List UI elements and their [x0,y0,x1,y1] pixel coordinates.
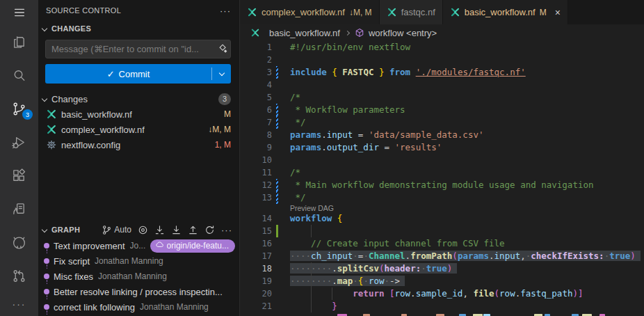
changes-section-header[interactable]: CHANGES [38,21,239,36]
gutter[interactable] [276,91,287,104]
code-line: 17····ch_input·=·Channel.fromPath(params… [240,250,644,262]
activity-menu[interactable] [0,0,38,25]
git-pull-button[interactable] [171,225,182,235]
file-row-nextflow.config[interactable]: nextflow.config1, M [38,137,239,152]
activity-pull-request[interactable] [0,259,38,292]
indent-guide [311,225,312,237]
codelens-preview-dag[interactable]: Preview DAG [240,204,644,212]
git-push-button[interactable] [188,225,198,235]
commit-row[interactable]: Text improvementJo...origin/ide-featu... [38,238,239,253]
code-line-content[interactable]: /* [287,91,644,104]
commit-row[interactable]: correct link followingJonathan Manning [38,299,239,315]
tab-complex_workflow.nf[interactable]: complex_workflow.nf↓M, M [240,0,380,24]
graph-section-header[interactable]: GRAPH Auto··· [38,221,239,238]
commit-row[interactable]: Fix scriptJonathan Manning [38,253,239,269]
code-line-content[interactable]: // Create input channel from CSV file [287,237,644,250]
commit-graph-dot [42,238,54,253]
code-line-content[interactable]: */ [287,116,644,129]
code-line-content[interactable]: return [row.sample_id, file(row.fastq_pa… [287,287,644,300]
code-line-content[interactable]: params.input = 'data/sample_data.csv' [287,129,644,141]
activity-run-debug[interactable] [0,125,38,159]
code-line-content[interactable] [287,154,644,166]
activity-search[interactable] [0,58,38,92]
activity-explorer[interactable] [0,25,38,58]
gutter[interactable] [276,166,287,179]
commit-options-dropdown[interactable] [212,64,231,84]
code-line-content[interactable]: ········.map·{·row·-> [287,275,644,287]
branch-ref-pill[interactable]: origin/ide-featu... [150,239,235,253]
code-editor[interactable]: 1#!/usr/bin/env nextflow23include { FAST… [240,41,644,316]
activity-extensions[interactable] [0,159,38,192]
gutter[interactable] [276,141,287,154]
gutter[interactable] [276,250,287,262]
code-line-content[interactable]: } [287,300,644,313]
activity-github[interactable] [0,226,38,259]
gutter[interactable] [276,129,287,141]
gutter[interactable] [276,54,287,66]
code-line-content[interactable]: params.output_dir = 'results' [287,141,644,154]
breadcrumb[interactable]: basic_workflow.nf workflow <entry> [240,24,644,41]
codelens-label[interactable]: Preview DAG [240,204,334,212]
text-selection: ····ch_input·=·Channel.fromPath(params.i… [290,251,641,261]
breadcrumb-file[interactable]: basic_workflow.nf [269,28,340,38]
graph-auto-toggle[interactable]: Auto [102,225,131,235]
line-number: 8 [240,129,272,141]
code-line-content[interactable]: #!/usr/bin/env nextflow [287,41,644,54]
code-line-content[interactable]: * Workflow parameters [287,104,644,116]
file-row-basic_workflow.nf[interactable]: basic_workflow.nfM [38,106,239,122]
commit-message-input[interactable] [46,44,215,54]
gutter[interactable] [276,66,287,79]
commit-message-box [45,40,231,58]
activity-more-icon[interactable]: ··· [0,292,38,316]
gutter[interactable] [276,262,287,275]
code-line-content[interactable]: ····ch_input·=·Channel.fromPath(params.i… [287,250,644,262]
code-line-content[interactable] [287,225,644,237]
graph-more-actions[interactable]: ··· [221,225,232,235]
gutter[interactable] [276,313,287,316]
commit-row[interactable]: Misc fixesJonathan Manning [38,269,239,284]
code-line-content[interactable]: */ [287,191,644,204]
sparkle-icon[interactable] [215,44,230,54]
refresh-button[interactable] [204,225,215,235]
changes-tree-header[interactable]: Changes 3 [38,91,239,106]
search-icon [11,68,27,84]
vscode-window: 3··· SOURCE CONTROL ··· CHANGES ✓ Commit [0,0,644,316]
commit-button[interactable]: ✓ Commit [45,64,231,84]
gutter[interactable] [276,212,287,225]
git-fetch-button[interactable] [154,225,165,235]
code-line-content[interactable] [287,79,644,91]
code-line-content[interactable]: /* [287,166,644,179]
code-line-content[interactable] [287,54,644,66]
code-line-content[interactable]: workflow { [287,212,644,225]
gutter[interactable] [276,287,287,300]
extensions-icon [11,168,27,184]
activity-source-control[interactable]: 3 [0,92,38,125]
code-line-content[interactable] [287,313,644,316]
file-status-decoration: 1, M [215,140,231,150]
gutter[interactable] [276,79,287,91]
commit-row[interactable]: Better resolve linking / process inspect… [38,284,239,299]
close-icon[interactable]: × [555,7,561,18]
tab-basic_workflow.nf[interactable]: basic_workflow.nfM× [443,0,568,24]
gutter[interactable] [276,104,287,116]
gutter[interactable] [276,275,287,287]
gutter[interactable] [276,300,287,313]
gutter[interactable] [276,179,287,191]
tab-fastqc.nf[interactable]: fastqc.nf [380,0,443,24]
code-line-content[interactable]: include { FASTQC } from './modules/fastq… [287,66,644,79]
file-row-complex_workflow.nf[interactable]: complex_workflow.nf↓M, M [38,122,239,137]
gutter[interactable] [276,41,287,54]
gutter[interactable] [276,237,287,250]
sidebar-more-actions[interactable]: ··· [220,6,231,16]
line-number: 6 [240,104,272,116]
commit-button-main[interactable]: ✓ Commit [45,64,211,84]
breadcrumb-symbol[interactable]: workflow <entry> [369,28,437,38]
gutter[interactable] [276,154,287,166]
gutter[interactable] [276,225,287,237]
gutter[interactable] [276,191,287,204]
graph-target-button[interactable] [138,225,148,235]
code-line-content[interactable]: ········.splitCsv(header:·true) [287,262,644,275]
gutter[interactable] [276,116,287,129]
code-line-content[interactable]: * Main workflow demonstrating module usa… [287,179,644,191]
activity-references[interactable] [0,192,38,226]
